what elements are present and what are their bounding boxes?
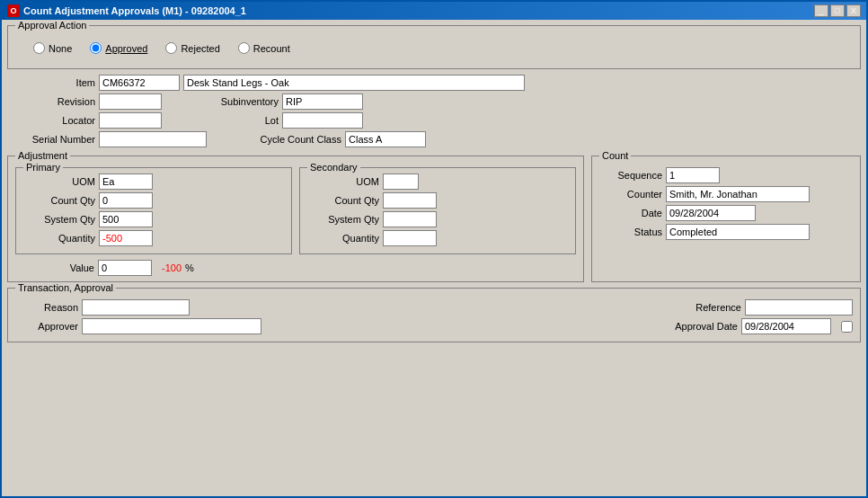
radio-recount-input[interactable]	[238, 42, 250, 54]
maximize-button[interactable]: □	[830, 4, 845, 17]
approval-date-field[interactable]	[741, 318, 831, 334]
secondary-system-qty-label: System Qty	[307, 214, 379, 225]
title-buttons: _ □ X	[814, 4, 861, 17]
locator-pair: Locator	[14, 112, 162, 129]
reason-label: Reason	[15, 302, 78, 313]
date-pair: Date	[599, 205, 853, 221]
sequence-label: Sequence	[599, 170, 662, 181]
item-section: Item Revision Subinventory Locator	[7, 75, 861, 150]
approval-action-label: Approval Action	[15, 20, 89, 31]
content-area: Approval Action None Approved Rejected R…	[2, 20, 866, 496]
revision-pair: Revision	[14, 93, 162, 110]
secondary-quantity-pair: Quantity	[307, 230, 568, 246]
revision-label: Revision	[14, 96, 95, 107]
primary-system-qty-label: System Qty	[23, 214, 95, 225]
item-desc-field[interactable]	[183, 75, 525, 91]
radio-approved: Approved	[90, 42, 147, 54]
sequence-pair: Sequence	[599, 167, 853, 183]
serial-number-field[interactable]	[99, 131, 207, 147]
percent-value: -100	[162, 262, 182, 273]
primary-secondary-row: Primary UOM Count Qty System Qty	[15, 167, 576, 254]
main-window: O Count Adjustment Approvals (M1) - 0928…	[0, 0, 868, 498]
approval-date-label: Approval Date	[657, 321, 738, 332]
percent-symbol: %	[185, 262, 194, 273]
counter-field[interactable]	[666, 186, 810, 202]
secondary-uom-pair: UOM	[307, 173, 568, 190]
serial-number-pair: Serial Number	[14, 131, 207, 147]
status-pair: Status	[599, 224, 853, 240]
approval-action-group: Approval Action None Approved Rejected R…	[7, 25, 861, 69]
app-icon: O	[7, 4, 20, 17]
radio-rejected-input[interactable]	[165, 42, 177, 54]
title-bar: O Count Adjustment Approvals (M1) - 0928…	[2, 2, 866, 20]
revision-field[interactable]	[99, 93, 162, 110]
status-field[interactable]	[666, 224, 810, 240]
transaction-approval-label: Transaction, Approval	[15, 282, 116, 293]
radio-rejected-label: Rejected	[181, 43, 219, 54]
adjustment-group: Adjustment Primary UOM Count Qty	[7, 156, 584, 282]
counter-pair: Counter	[599, 186, 853, 202]
radio-approved-input[interactable]	[90, 42, 102, 54]
close-button[interactable]: X	[846, 4, 861, 17]
secondary-count-qty-pair: Count Qty	[307, 192, 568, 209]
minimize-button[interactable]: _	[814, 4, 828, 17]
primary-quantity-field[interactable]	[99, 230, 153, 246]
primary-box: Primary UOM Count Qty System Qty	[15, 167, 292, 254]
reason-pair: Reason	[15, 299, 190, 316]
title-bar-left: O Count Adjustment Approvals (M1) - 0928…	[7, 4, 246, 17]
secondary-label: Secondary	[307, 162, 360, 173]
date-field[interactable]	[666, 205, 756, 221]
cycle-count-class-pair: Cycle Count Class	[243, 131, 426, 147]
adjustment-label: Adjustment	[15, 150, 70, 161]
value-row: Value -100 %	[15, 260, 576, 276]
count-label: Count	[599, 150, 631, 161]
status-label: Status	[599, 227, 662, 237]
secondary-count-qty-field[interactable]	[383, 192, 437, 209]
window-title: Count Adjustment Approvals (M1) - 092820…	[23, 5, 246, 16]
radio-approved-label: Approved	[105, 43, 147, 54]
secondary-system-qty-pair: System Qty	[307, 211, 568, 227]
primary-system-qty-pair: System Qty	[23, 211, 284, 227]
secondary-uom-field[interactable]	[383, 173, 419, 190]
reason-field[interactable]	[82, 299, 190, 316]
locator-field[interactable]	[99, 112, 162, 129]
radio-none-input[interactable]	[33, 42, 45, 54]
primary-system-qty-field[interactable]	[99, 211, 153, 227]
approval-checkbox[interactable]	[841, 321, 853, 333]
item-code-field[interactable]	[99, 75, 180, 91]
approval-action-row: None Approved Rejected Recount	[15, 35, 853, 61]
transaction-row-2: Approver Approval Date	[15, 318, 853, 334]
primary-uom-field[interactable]	[99, 173, 153, 190]
lot-field[interactable]	[282, 112, 363, 129]
locator-label: Locator	[14, 115, 95, 126]
primary-count-qty-label: Count Qty	[23, 195, 95, 206]
radio-none: None	[33, 42, 72, 54]
transaction-approval-group: Transaction, Approval Reason Reference A…	[7, 288, 861, 342]
transaction-row-1: Reason Reference	[15, 299, 853, 316]
value-label: Value	[22, 262, 94, 273]
secondary-system-qty-field[interactable]	[383, 211, 437, 227]
serial-number-label: Serial Number	[14, 134, 95, 145]
secondary-box: Secondary UOM Count Qty System Qty	[299, 167, 576, 254]
secondary-quantity-field[interactable]	[383, 230, 437, 246]
cycle-count-class-field[interactable]	[345, 131, 426, 147]
lot-pair: Lot	[198, 112, 363, 129]
primary-label: Primary	[23, 162, 63, 173]
radio-recount: Recount	[238, 42, 290, 54]
secondary-count-qty-label: Count Qty	[307, 195, 379, 206]
reference-field[interactable]	[745, 299, 853, 316]
reference-pair: Reference	[678, 299, 853, 316]
primary-quantity-label: Quantity	[23, 233, 95, 244]
subinventory-field[interactable]	[282, 93, 363, 110]
subinventory-pair: Subinventory	[198, 93, 363, 110]
radio-rejected: Rejected	[165, 42, 219, 54]
item-label: Item	[14, 77, 95, 88]
primary-count-qty-field[interactable]	[99, 192, 153, 209]
count-group: Count Sequence Counter Date Status	[591, 156, 861, 282]
approver-field[interactable]	[82, 318, 261, 334]
sequence-field[interactable]	[666, 167, 720, 183]
primary-uom-pair: UOM	[23, 173, 284, 190]
radio-recount-label: Recount	[253, 43, 290, 54]
secondary-uom-label: UOM	[307, 176, 379, 187]
value-field[interactable]	[98, 260, 152, 276]
